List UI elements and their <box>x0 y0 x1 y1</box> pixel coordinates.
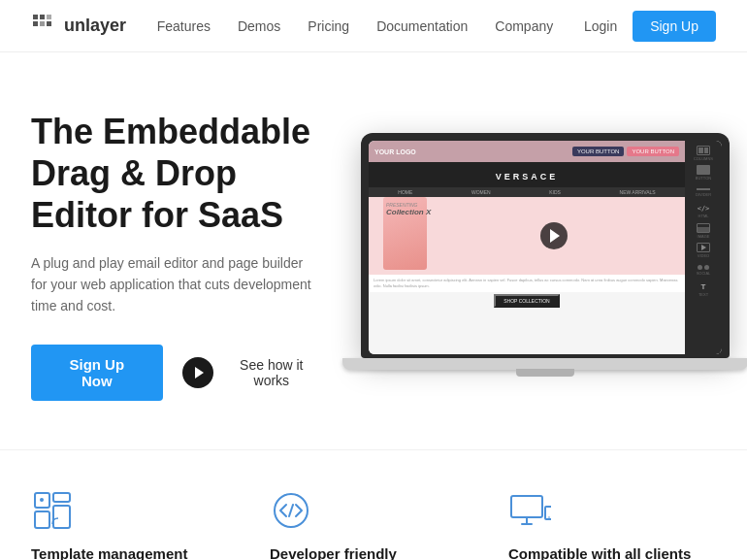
ec-nav-women: WOMEN <box>471 189 491 195</box>
social-shape <box>698 265 709 270</box>
feature-developer-title: Developer friendly <box>270 545 477 560</box>
editor-content: VERSACE HOME WOMEN KIDS NEW ARRIVALS <box>369 162 685 354</box>
sidebar-divider-label: DIVIDER <box>696 192 711 197</box>
nav-links: Features Demos Pricing Documentation Com… <box>157 18 554 34</box>
svg-rect-7 <box>35 511 49 528</box>
signup-button[interactable]: Sign Up <box>633 11 716 42</box>
navbar: unlayer Features Demos Pricing Documenta… <box>0 0 747 52</box>
editor-topbar: YOUR LOGO YOUR BUTTON YOUR BUTTON <box>369 141 685 162</box>
sidebar-social-label: SOCIAL <box>697 271 711 276</box>
nav-features[interactable]: Features <box>157 18 211 34</box>
svg-rect-13 <box>545 507 551 519</box>
text-shape: T <box>701 282 706 291</box>
svg-point-10 <box>40 498 44 502</box>
logo-icon <box>31 13 58 40</box>
feature-developer-friendly: Developer friendly It takes less than 5 … <box>270 489 477 560</box>
ec-lorem-text: Lorem ipsum dolor sit amet, consectetur … <box>374 278 680 288</box>
svg-rect-1 <box>40 15 45 19</box>
feature-template-management: Template management Templates are pre-bu… <box>31 489 239 560</box>
hero-text: The Embeddable Drag & Drop Editor for Sa… <box>31 111 322 401</box>
columns-shape <box>697 146 710 155</box>
nav-pricing[interactable]: Pricing <box>308 18 349 34</box>
sidebar-image-label: IMAGE <box>698 234 710 239</box>
nav-company[interactable]: Company <box>495 18 553 34</box>
video-shape <box>697 243 710 252</box>
editor-header-buttons: YOUR BUTTON YOUR BUTTON <box>572 147 679 156</box>
features-section: Template management Templates are pre-bu… <box>0 449 747 560</box>
nav-documentation[interactable]: Documentation <box>376 18 468 34</box>
ec-nav-kids: KIDS <box>549 189 561 195</box>
button-shape <box>697 165 710 175</box>
feature-template-title: Template management <box>31 545 239 560</box>
laptop-wrapper: YOUR LOGO YOUR BUTTON YOUR BUTTON VERSAC… <box>361 133 730 378</box>
sidebar-image-icon[interactable]: IMAGE <box>690 222 717 240</box>
signup-cta-button[interactable]: Sign Up Now <box>31 345 163 401</box>
sidebar-divider-icon[interactable]: DIVIDER <box>690 183 717 201</box>
ec-play-button[interactable] <box>540 222 568 249</box>
compatible-icon <box>508 489 551 532</box>
ec-brand: VERSACE <box>369 162 685 187</box>
ec-presentation: PRESENTING Collection X <box>369 197 685 275</box>
svg-rect-3 <box>40 21 45 26</box>
ec-nav: HOME WOMEN KIDS NEW ARRIVALS <box>369 187 685 197</box>
features-grid: Template management Templates are pre-bu… <box>31 489 716 560</box>
hero-laptop: YOUR LOGO YOUR BUTTON YOUR BUTTON VERSAC… <box>361 133 730 378</box>
sidebar-social-icon[interactable]: SOCIAL <box>690 261 717 279</box>
hero-heading: The Embeddable Drag & Drop Editor for Sa… <box>31 111 322 237</box>
hero-actions: Sign Up Now See how it works <box>31 345 322 401</box>
svg-rect-8 <box>53 493 70 502</box>
ec-nav-arrivals: NEW ARRIVALS <box>620 189 656 195</box>
editor-sidebar: COLUMNS BUTTON DIVIDER </> HTML <box>685 141 722 354</box>
svg-rect-12 <box>511 496 542 517</box>
laptop-notch <box>516 369 574 377</box>
login-button[interactable]: Login <box>584 18 617 34</box>
sidebar-html-label: HTML <box>698 214 709 218</box>
svg-rect-0 <box>33 15 38 19</box>
editor-main: YOUR LOGO YOUR BUTTON YOUR BUTTON VERSAC… <box>369 141 685 354</box>
sidebar-columns-icon[interactable]: COLUMNS <box>690 145 717 162</box>
hero-section: The Embeddable Drag & Drop Editor for Sa… <box>0 52 747 449</box>
sidebar-columns-label: COLUMNS <box>694 156 713 161</box>
divider-shape <box>697 188 710 190</box>
html-shape: </> <box>698 205 710 213</box>
template-icon <box>31 489 74 532</box>
laptop-screen-outer: YOUR LOGO YOUR BUTTON YOUR BUTTON VERSAC… <box>361 133 730 358</box>
editor-btn-2: YOUR BUTTON <box>627 147 679 156</box>
laptop-screen: YOUR LOGO YOUR BUTTON YOUR BUTTON VERSAC… <box>369 141 722 354</box>
play-icon <box>182 357 213 388</box>
ec-shop-button[interactable]: SHOP COLLECTION <box>494 294 559 308</box>
editor-btn-1: YOUR BUTTON <box>572 147 625 156</box>
sidebar-html-icon[interactable]: </> HTML <box>690 203 717 220</box>
nav-demos[interactable]: Demos <box>238 18 280 34</box>
hero-description: A plug and play email editor and page bu… <box>31 252 322 317</box>
image-shape <box>697 223 710 233</box>
sidebar-video-icon[interactable]: VIDEO <box>690 242 717 259</box>
sidebar-video-label: VIDEO <box>698 253 709 258</box>
svg-rect-4 <box>47 15 51 19</box>
editor-logo: YOUR LOGO <box>374 148 416 155</box>
nav-actions: Login Sign Up <box>584 11 716 42</box>
ec-brand-name: VERSACE <box>496 172 559 181</box>
sidebar-text-label: TEXT <box>698 292 708 297</box>
demo-button[interactable]: See how it works <box>182 357 322 388</box>
svg-rect-9 <box>53 506 70 528</box>
logo-text: unlayer <box>64 16 126 36</box>
ec-lorem: Lorem ipsum dolor sit amet, consectetur … <box>369 275 685 291</box>
developer-icon <box>270 489 312 532</box>
sidebar-button-icon[interactable]: BUTTON <box>690 164 717 181</box>
sidebar-button-label: BUTTON <box>696 176 711 181</box>
feature-compatible-title: Compatible with all clients <box>508 545 716 560</box>
feature-compatible-clients: Compatible with all clients Your content… <box>508 489 716 560</box>
svg-point-14 <box>548 516 550 518</box>
svg-rect-2 <box>33 21 38 26</box>
logo[interactable]: unlayer <box>31 13 126 40</box>
ec-collection-label: Collection X <box>386 208 431 216</box>
ec-nav-home: HOME <box>398 189 412 195</box>
sidebar-text-icon[interactable]: T TEXT <box>690 280 717 298</box>
svg-rect-5 <box>47 21 51 26</box>
demo-label: See how it works <box>221 357 322 388</box>
